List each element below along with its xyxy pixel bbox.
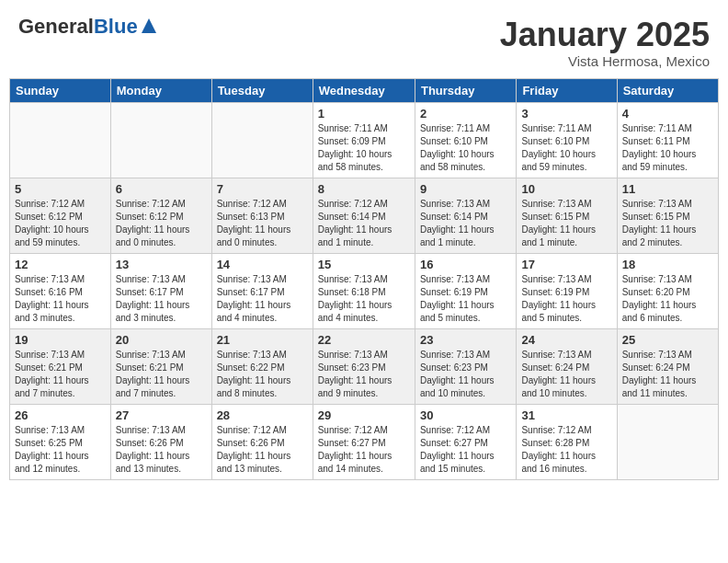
- logo-arrow-icon: [140, 17, 158, 35]
- page-header: General Blue January 2025 Vista Hermosa,…: [9, 9, 719, 73]
- day-number: 25: [622, 333, 713, 347]
- day-number: 8: [318, 182, 410, 196]
- day-info: Sunrise: 7:13 AM Sunset: 6:26 PM Dayligh…: [116, 424, 207, 476]
- calendar-day-cell: 9Sunrise: 7:13 AM Sunset: 6:14 PM Daylig…: [415, 178, 516, 253]
- day-info: Sunrise: 7:12 AM Sunset: 6:26 PM Dayligh…: [217, 424, 308, 476]
- day-info: Sunrise: 7:13 AM Sunset: 6:19 PM Dayligh…: [521, 273, 611, 325]
- calendar-table: SundayMondayTuesdayWednesdayThursdayFrid…: [9, 78, 719, 480]
- day-info: Sunrise: 7:13 AM Sunset: 6:23 PM Dayligh…: [420, 349, 511, 400]
- calendar-day-cell: 12Sunrise: 7:13 AM Sunset: 6:16 PM Dayli…: [10, 253, 111, 328]
- calendar-day-cell: [10, 102, 111, 178]
- day-number: 2: [420, 107, 511, 121]
- calendar-day-cell: 8Sunrise: 7:12 AM Sunset: 6:14 PM Daylig…: [313, 178, 415, 253]
- day-number: 13: [116, 258, 207, 271]
- day-number: 18: [622, 258, 713, 271]
- day-number: 29: [318, 408, 410, 422]
- day-info: Sunrise: 7:12 AM Sunset: 6:13 PM Dayligh…: [217, 198, 308, 249]
- day-number: 16: [420, 258, 511, 271]
- day-header-sunday: Sunday: [10, 78, 111, 102]
- calendar-day-cell: [211, 102, 313, 178]
- day-header-thursday: Thursday: [415, 78, 516, 102]
- day-info: Sunrise: 7:13 AM Sunset: 6:15 PM Dayligh…: [622, 198, 713, 249]
- day-header-friday: Friday: [517, 78, 617, 102]
- day-info: Sunrise: 7:13 AM Sunset: 6:14 PM Dayligh…: [420, 198, 511, 249]
- calendar-location: Vista Hermosa, Mexico: [500, 53, 710, 69]
- day-number: 21: [217, 333, 308, 347]
- day-number: 19: [15, 333, 106, 347]
- calendar-day-cell: 22Sunrise: 7:13 AM Sunset: 6:23 PM Dayli…: [313, 328, 415, 404]
- calendar-week-row: 5Sunrise: 7:12 AM Sunset: 6:12 PM Daylig…: [10, 178, 719, 253]
- calendar-week-row: 19Sunrise: 7:13 AM Sunset: 6:21 PM Dayli…: [10, 328, 719, 404]
- day-info: Sunrise: 7:13 AM Sunset: 6:24 PM Dayligh…: [521, 349, 611, 400]
- day-header-tuesday: Tuesday: [211, 78, 313, 102]
- day-number: 20: [116, 333, 207, 347]
- day-number: 3: [521, 107, 611, 121]
- logo-blue: Blue: [94, 17, 138, 37]
- day-number: 23: [420, 333, 511, 347]
- day-info: Sunrise: 7:13 AM Sunset: 6:20 PM Dayligh…: [622, 273, 713, 325]
- calendar-day-cell: 19Sunrise: 7:13 AM Sunset: 6:21 PM Dayli…: [10, 328, 111, 404]
- day-number: 14: [217, 258, 308, 271]
- calendar-day-cell: 27Sunrise: 7:13 AM Sunset: 6:26 PM Dayli…: [110, 404, 211, 479]
- day-info: Sunrise: 7:13 AM Sunset: 6:17 PM Dayligh…: [217, 273, 308, 325]
- calendar-day-cell: 21Sunrise: 7:13 AM Sunset: 6:22 PM Dayli…: [211, 328, 313, 404]
- day-info: Sunrise: 7:11 AM Sunset: 6:10 PM Dayligh…: [420, 122, 511, 174]
- day-info: Sunrise: 7:11 AM Sunset: 6:09 PM Dayligh…: [318, 122, 410, 174]
- calendar-week-row: 26Sunrise: 7:13 AM Sunset: 6:25 PM Dayli…: [10, 404, 719, 479]
- calendar-title: January 2025: [500, 17, 710, 53]
- calendar-day-cell: 31Sunrise: 7:12 AM Sunset: 6:28 PM Dayli…: [517, 404, 617, 479]
- calendar-day-cell: 26Sunrise: 7:13 AM Sunset: 6:25 PM Dayli…: [10, 404, 111, 479]
- day-number: 4: [622, 107, 713, 121]
- day-info: Sunrise: 7:13 AM Sunset: 6:18 PM Dayligh…: [318, 273, 410, 325]
- calendar-day-cell: 25Sunrise: 7:13 AM Sunset: 6:24 PM Dayli…: [617, 328, 718, 404]
- day-info: Sunrise: 7:13 AM Sunset: 6:21 PM Dayligh…: [116, 349, 207, 400]
- calendar-day-cell: 16Sunrise: 7:13 AM Sunset: 6:19 PM Dayli…: [415, 253, 516, 328]
- day-number: 31: [521, 408, 611, 422]
- day-info: Sunrise: 7:12 AM Sunset: 6:12 PM Dayligh…: [15, 198, 106, 249]
- day-number: 17: [521, 258, 611, 271]
- calendar-day-cell: 5Sunrise: 7:12 AM Sunset: 6:12 PM Daylig…: [10, 178, 111, 253]
- day-number: 5: [15, 182, 106, 196]
- day-info: Sunrise: 7:13 AM Sunset: 6:15 PM Dayligh…: [521, 198, 611, 249]
- calendar-day-cell: 7Sunrise: 7:12 AM Sunset: 6:13 PM Daylig…: [211, 178, 313, 253]
- calendar-day-cell: 6Sunrise: 7:12 AM Sunset: 6:12 PM Daylig…: [110, 178, 211, 253]
- day-number: 27: [116, 408, 207, 422]
- calendar-day-cell: 4Sunrise: 7:11 AM Sunset: 6:11 PM Daylig…: [617, 102, 718, 178]
- calendar-day-cell: 15Sunrise: 7:13 AM Sunset: 6:18 PM Dayli…: [313, 253, 415, 328]
- calendar-header-row: SundayMondayTuesdayWednesdayThursdayFrid…: [10, 78, 719, 102]
- calendar-day-cell: [617, 404, 718, 479]
- calendar-day-cell: 10Sunrise: 7:13 AM Sunset: 6:15 PM Dayli…: [517, 178, 617, 253]
- day-number: 9: [420, 182, 511, 196]
- day-info: Sunrise: 7:13 AM Sunset: 6:22 PM Dayligh…: [217, 349, 308, 400]
- calendar-day-cell: [110, 102, 211, 178]
- day-number: 12: [15, 258, 106, 271]
- title-block: January 2025 Vista Hermosa, Mexico: [500, 17, 710, 69]
- logo: General Blue: [18, 17, 158, 37]
- day-header-wednesday: Wednesday: [313, 78, 415, 102]
- calendar-day-cell: 29Sunrise: 7:12 AM Sunset: 6:27 PM Dayli…: [313, 404, 415, 479]
- day-info: Sunrise: 7:12 AM Sunset: 6:27 PM Dayligh…: [420, 424, 511, 476]
- day-number: 10: [521, 182, 611, 196]
- day-number: 24: [521, 333, 611, 347]
- calendar-day-cell: 2Sunrise: 7:11 AM Sunset: 6:10 PM Daylig…: [415, 102, 516, 178]
- calendar-day-cell: 14Sunrise: 7:13 AM Sunset: 6:17 PM Dayli…: [211, 253, 313, 328]
- svg-marker-0: [142, 18, 156, 33]
- day-info: Sunrise: 7:12 AM Sunset: 6:27 PM Dayligh…: [318, 424, 410, 476]
- day-number: 6: [116, 182, 207, 196]
- day-info: Sunrise: 7:13 AM Sunset: 6:21 PM Dayligh…: [15, 349, 106, 400]
- day-number: 26: [15, 408, 106, 422]
- day-info: Sunrise: 7:13 AM Sunset: 6:24 PM Dayligh…: [622, 349, 713, 400]
- day-info: Sunrise: 7:12 AM Sunset: 6:14 PM Dayligh…: [318, 198, 410, 249]
- day-info: Sunrise: 7:13 AM Sunset: 6:16 PM Dayligh…: [15, 273, 106, 325]
- calendar-week-row: 12Sunrise: 7:13 AM Sunset: 6:16 PM Dayli…: [10, 253, 719, 328]
- calendar-day-cell: 30Sunrise: 7:12 AM Sunset: 6:27 PM Dayli…: [415, 404, 516, 479]
- calendar-day-cell: 23Sunrise: 7:13 AM Sunset: 6:23 PM Dayli…: [415, 328, 516, 404]
- day-number: 7: [217, 182, 308, 196]
- day-info: Sunrise: 7:11 AM Sunset: 6:10 PM Dayligh…: [521, 122, 611, 174]
- calendar-day-cell: 1Sunrise: 7:11 AM Sunset: 6:09 PM Daylig…: [313, 102, 415, 178]
- day-info: Sunrise: 7:13 AM Sunset: 6:23 PM Dayligh…: [318, 349, 410, 400]
- calendar-week-row: 1Sunrise: 7:11 AM Sunset: 6:09 PM Daylig…: [10, 102, 719, 178]
- day-number: 11: [622, 182, 713, 196]
- calendar-day-cell: 28Sunrise: 7:12 AM Sunset: 6:26 PM Dayli…: [211, 404, 313, 479]
- logo-general: General: [18, 17, 94, 37]
